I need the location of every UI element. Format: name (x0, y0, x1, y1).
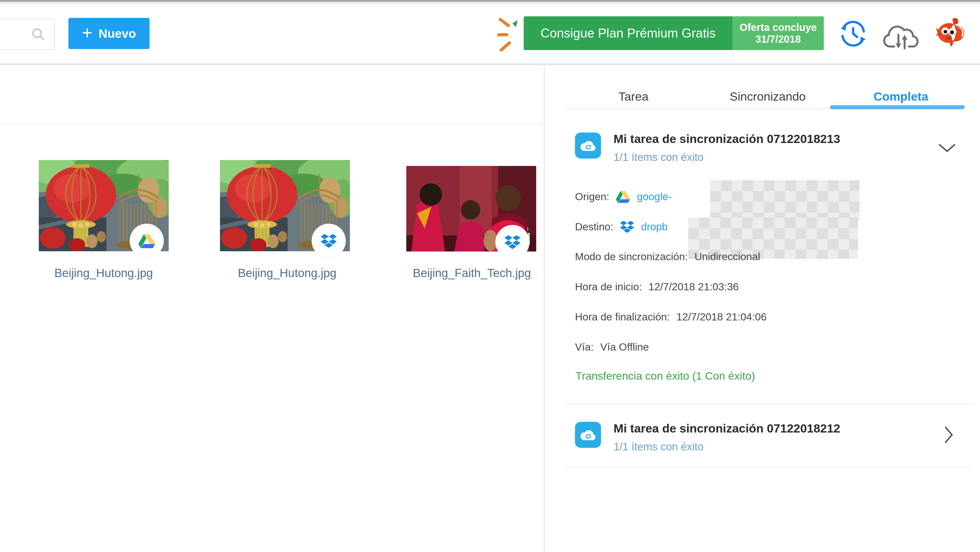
google-drive-icon (616, 190, 630, 203)
google-drive-badge (130, 224, 164, 258)
content-toolbar-divider (0, 124, 544, 124)
task-subtitle: 1/1 ítems con éxito (614, 441, 703, 453)
new-button-label: Nuevo (99, 27, 136, 41)
inicio-value: 12/7/2018 21:03:36 (649, 281, 738, 293)
dropbox-badge (495, 225, 530, 259)
premium-promo-banner[interactable]: Consigue Plan Prémium Gratis (524, 16, 732, 50)
detail-row-finalizacion: Hora de finalización: 12/7/2018 21:04:06 (575, 311, 767, 323)
detail-row-origen: Origen: google- (575, 190, 672, 203)
fish-avatar[interactable] (935, 16, 968, 51)
transfer-result-status: Transferencia con éxito (1 Con éxito) (576, 370, 755, 382)
inicio-label: Hora de inicio: (575, 281, 642, 293)
plus-icon: + (82, 24, 92, 41)
modo-value: Unidireccional (694, 251, 760, 263)
origen-account-link[interactable]: google- (637, 191, 672, 203)
promo-deadline-banner[interactable]: Oferta concluye 31/7/2018 (732, 16, 824, 50)
history-icon[interactable] (838, 18, 869, 49)
expand-chevron-right-icon[interactable] (944, 426, 954, 444)
sync-task-icon (575, 422, 601, 448)
dropbox-badge (312, 224, 346, 258)
destino-account-link[interactable]: dropb (641, 221, 668, 233)
task-divider (565, 467, 970, 467)
promo-deadline-line2: 31/7/2018 (756, 33, 801, 45)
cloud-sync-icon (579, 139, 597, 152)
detail-row-via: Vía: Vía Offline (575, 341, 649, 353)
active-tab-indicator (830, 105, 965, 109)
window-top-edge (0, 0, 980, 2)
search-icon (30, 26, 46, 42)
task-subtitle: 1/1 ítems con éxito (614, 151, 703, 163)
tab-completa[interactable]: Completa (873, 89, 928, 104)
dropbox-icon (620, 220, 634, 233)
promo-main-text: Consigue Plan Prémium Gratis (541, 26, 716, 41)
collapse-chevron-down-icon[interactable] (938, 143, 956, 153)
origen-label: Origen: (575, 191, 609, 203)
task-divider (565, 404, 970, 405)
finalizacion-value: 12/7/2018 21:04:06 (676, 311, 767, 323)
detail-row-modo: Modo de sincronización: Unidireccional (575, 251, 760, 263)
tab-tarea[interactable]: Tarea (618, 89, 649, 104)
new-button[interactable]: + Nuevo (68, 18, 150, 49)
detail-row-destino: Destino: dropb (575, 220, 668, 233)
header-bar: + Nuevo Consigue Plan Prémium Gratis Ofe… (0, 4, 980, 65)
cloud-sync-icon (579, 428, 597, 442)
app-window: + Nuevo Consigue Plan Prémium Gratis Ofe… (0, 0, 980, 552)
panel-divider (544, 65, 545, 552)
tab-sincronizando[interactable]: Sincronizando (730, 89, 806, 104)
search-input[interactable] (0, 19, 55, 50)
via-label: Vía: (575, 341, 593, 353)
destino-label: Destino: (575, 221, 613, 233)
cloud-transfer-icon[interactable] (882, 22, 921, 50)
via-value: Vía Offline (600, 341, 649, 353)
detail-row-inicio: Hora de inicio: 12/7/2018 21:03:36 (575, 281, 738, 293)
file-name[interactable]: Beijing_Hutong.jpg (54, 266, 153, 280)
task-title[interactable]: Mi tarea de sincronización 07122018212 (614, 421, 840, 436)
origen-redaction (710, 180, 859, 220)
finalizacion-label: Hora de finalización: (575, 311, 670, 323)
dropbox-icon (504, 235, 520, 249)
promo-deadline-line1: Oferta concluye (740, 21, 817, 33)
google-drive-icon (138, 233, 155, 249)
sync-task-icon (575, 132, 601, 158)
confetti-decoration-icon (497, 15, 523, 54)
file-name[interactable]: Beijing_Hutong.jpg (238, 266, 336, 280)
modo-label: Modo de sincronización: (575, 251, 688, 263)
task-title[interactable]: Mi tarea de sincronización 07122018213 (614, 132, 840, 146)
window-top-edge-light (0, 2, 980, 4)
dropbox-icon (321, 233, 337, 248)
file-name[interactable]: Beijing_Faith_Tech.jpg (413, 266, 531, 280)
